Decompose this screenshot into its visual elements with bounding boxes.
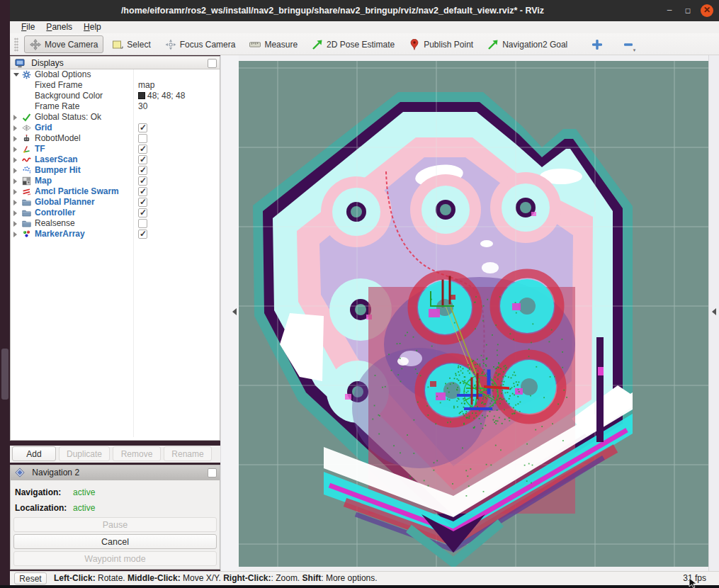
nav2-status-value: active — [73, 500, 95, 516]
enable-checkbox[interactable] — [138, 176, 147, 186]
publish-point-tool[interactable]: Publish Point — [403, 35, 479, 53]
navigation2-panel: Navigation 2 Navigation:activeLocalizati… — [10, 465, 220, 570]
row-label: LaserScan — [35, 154, 78, 165]
status-segment: Move X/Y. — [181, 573, 223, 583]
menu-file[interactable]: File — [16, 21, 40, 33]
row-value[interactable]: map — [138, 80, 154, 91]
enable-checkbox[interactable] — [138, 219, 147, 228]
enable-checkbox[interactable] — [138, 123, 147, 132]
move-camera-tool[interactable]: Move Camera — [24, 35, 103, 53]
expander-closed-icon[interactable] — [13, 136, 17, 142]
row-label: Bumper Hit — [35, 165, 81, 176]
enable-checkbox[interactable] — [138, 198, 147, 207]
row-label: Controller — [35, 208, 75, 218]
collapse-left-arrow-icon[interactable] — [232, 308, 237, 315]
row-value[interactable]: 30 — [138, 101, 147, 112]
row-value[interactable]: 48; 48; 48 — [138, 91, 185, 101]
focus-camera-tool[interactable]: Focus Camera — [159, 35, 242, 53]
titlebar[interactable]: /home/eiforamr/ros2_ws/install/nav2_brin… — [10, 0, 719, 21]
display-row-global-planner[interactable]: Global Planner — [11, 197, 220, 208]
maximize-button[interactable]: ◻ — [682, 5, 693, 16]
collapse-right-arrow-icon[interactable] — [712, 308, 716, 315]
robot-icon — [22, 134, 31, 143]
grid-icon — [22, 123, 31, 132]
navigation2-checkbox[interactable] — [208, 468, 217, 477]
display-row-bumper-hit[interactable]: Bumper Hit — [11, 165, 220, 176]
pose-arrow-icon — [312, 39, 323, 50]
display-row-realsense[interactable]: Realsense — [11, 218, 220, 229]
expander-closed-icon[interactable] — [13, 210, 17, 216]
enable-checkbox[interactable] — [138, 187, 147, 196]
select-icon — [112, 39, 123, 50]
display-row-amcl-particle-swarm[interactable]: Amcl Particle Swarm — [11, 186, 220, 197]
display-row-laserscan[interactable]: LaserScan — [11, 154, 220, 165]
duplicate-button[interactable]: Duplicate — [59, 446, 110, 461]
status-segment: : More options. — [321, 573, 377, 583]
left-splitter[interactable] — [220, 55, 239, 571]
display-row-fixed-frame[interactable]: Fixed Framemap — [11, 80, 220, 91]
render-view[interactable] — [239, 61, 708, 567]
bumper-icon — [22, 166, 31, 175]
enable-checkbox[interactable] — [138, 155, 147, 164]
enable-checkbox[interactable] — [138, 166, 147, 175]
expander-closed-icon[interactable] — [13, 179, 17, 184]
display-row-map[interactable]: Map — [11, 176, 220, 186]
laser-icon — [22, 155, 31, 164]
expander-closed-icon[interactable] — [13, 200, 17, 205]
map-icon — [22, 176, 31, 186]
tf-icon — [22, 145, 31, 154]
add-button[interactable]: Add — [12, 446, 56, 461]
waypoint-mode-button[interactable]: Waypoint mode — [13, 551, 217, 566]
row-label: MarkerArray — [35, 229, 85, 239]
display-row-robotmodel[interactable]: RobotModel — [11, 133, 220, 144]
remove-button[interactable]: Remove — [113, 446, 161, 461]
displays-panel-header[interactable]: Displays — [11, 57, 220, 69]
expander-closed-icon[interactable] — [13, 147, 17, 152]
enable-checkbox[interactable] — [138, 134, 147, 143]
select-tool[interactable]: Select — [106, 35, 156, 53]
expander-closed-icon[interactable] — [13, 125, 17, 131]
expander-open-icon[interactable] — [13, 73, 19, 77]
navigation2-goal-tool[interactable]: Navigation2 Goal — [482, 35, 573, 53]
expander-closed-icon[interactable] — [13, 157, 17, 163]
menu-help[interactable]: Help — [78, 21, 107, 33]
display-row-tf[interactable]: TF — [11, 144, 220, 154]
right-splitter[interactable] — [708, 55, 719, 571]
menu-panels[interactable]: Panels — [40, 21, 78, 33]
display-row-global-status-ok[interactable]: Global Status: Ok — [11, 112, 220, 123]
goal-arrow-icon — [487, 39, 499, 50]
display-row-frame-rate[interactable]: Frame Rate30 — [11, 101, 220, 112]
expander-closed-icon[interactable] — [13, 189, 17, 195]
close-button[interactable]: ✕ — [701, 4, 713, 17]
statusbar: Reset Left-Click: Rotate. Middle-Click: … — [10, 571, 719, 585]
2d-pose-estimate-tool[interactable]: 2D Pose Estimate — [306, 35, 400, 53]
measure-tool[interactable]: Measure — [244, 35, 303, 53]
row-label: Global Planner — [35, 197, 95, 208]
toolbar-drag-handle[interactable] — [14, 38, 18, 52]
navigation2-header[interactable]: Navigation 2 — [11, 465, 220, 480]
display-row-markerarray[interactable]: MarkerArray — [11, 229, 220, 239]
display-row-controller[interactable]: Controller — [11, 208, 220, 218]
row-label: Realsense — [35, 218, 75, 229]
displays-panel-checkbox[interactable] — [208, 59, 217, 68]
plus-tool[interactable] — [586, 35, 608, 53]
enable-checkbox[interactable] — [138, 230, 147, 239]
enable-checkbox[interactable] — [138, 145, 147, 154]
minus-tool[interactable]: ▾ — [617, 35, 640, 53]
display-row-background-color[interactable]: Background Color48; 48; 48 — [11, 91, 220, 101]
rename-button[interactable]: Rename — [164, 446, 212, 461]
display-row-grid[interactable]: Grid — [11, 123, 220, 133]
nav2-status-row: Navigation:active — [11, 485, 220, 500]
expander-closed-icon[interactable] — [13, 232, 17, 237]
expander-closed-icon[interactable] — [13, 221, 17, 227]
move-camera-icon — [30, 39, 41, 50]
cancel-button[interactable]: Cancel — [13, 534, 217, 549]
pause-button[interactable]: Pause — [13, 517, 217, 532]
display-row-global-options[interactable]: Global Options — [11, 69, 220, 80]
enable-checkbox[interactable] — [138, 208, 147, 217]
reset-button[interactable]: Reset — [14, 572, 47, 584]
expander-closed-icon[interactable] — [13, 168, 17, 174]
expander-closed-icon[interactable] — [13, 115, 17, 120]
folder-icon — [22, 208, 31, 217]
minimize-button[interactable]: – — [664, 5, 675, 16]
